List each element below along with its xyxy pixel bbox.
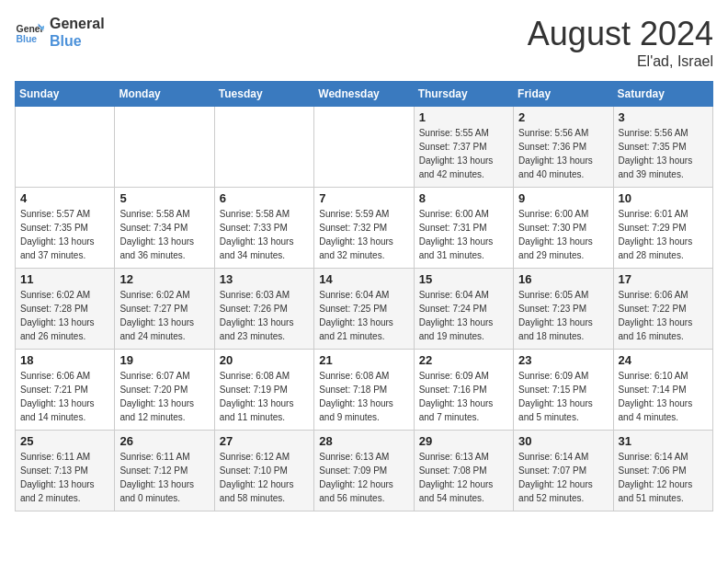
- day-info: Sunrise: 6:08 AM Sunset: 7:19 PM Dayligh…: [220, 369, 309, 424]
- week-row-2: 4Sunrise: 5:57 AM Sunset: 7:35 PM Daylig…: [16, 188, 713, 269]
- calendar-cell: 20Sunrise: 6:08 AM Sunset: 7:19 PM Dayli…: [214, 350, 313, 431]
- calendar-cell: 30Sunrise: 6:14 AM Sunset: 7:07 PM Dayli…: [514, 431, 613, 511]
- day-info: Sunrise: 6:11 AM Sunset: 7:13 PM Dayligh…: [20, 450, 109, 505]
- day-number: 30: [518, 434, 608, 448]
- day-number: 17: [619, 272, 708, 286]
- day-number: 8: [419, 191, 508, 205]
- day-info: Sunrise: 5:55 AM Sunset: 7:37 PM Dayligh…: [419, 126, 508, 181]
- weekday-header-thursday: Thursday: [414, 82, 513, 107]
- calendar-cell: 8Sunrise: 6:00 AM Sunset: 7:31 PM Daylig…: [414, 188, 513, 269]
- day-info: Sunrise: 6:04 AM Sunset: 7:25 PM Dayligh…: [319, 288, 408, 343]
- day-info: Sunrise: 6:03 AM Sunset: 7:26 PM Dayligh…: [220, 288, 309, 343]
- day-number: 5: [119, 191, 209, 205]
- day-number: 14: [319, 272, 408, 286]
- calendar-cell: 4Sunrise: 5:57 AM Sunset: 7:35 PM Daylig…: [16, 188, 115, 269]
- day-info: Sunrise: 6:14 AM Sunset: 7:06 PM Dayligh…: [619, 450, 708, 505]
- calendar-cell: 1Sunrise: 5:55 AM Sunset: 7:37 PM Daylig…: [414, 107, 513, 188]
- day-info: Sunrise: 6:13 AM Sunset: 7:08 PM Dayligh…: [419, 450, 508, 505]
- calendar-cell: 27Sunrise: 6:12 AM Sunset: 7:10 PM Dayli…: [214, 431, 313, 511]
- logo-blue: Blue: [50, 32, 105, 50]
- calendar-cell: 12Sunrise: 6:02 AM Sunset: 7:27 PM Dayli…: [115, 269, 214, 350]
- calendar-cell: 15Sunrise: 6:04 AM Sunset: 7:24 PM Dayli…: [414, 269, 513, 350]
- weekday-header-friday: Friday: [514, 82, 613, 107]
- day-info: Sunrise: 6:10 AM Sunset: 7:14 PM Dayligh…: [619, 369, 708, 424]
- calendar-cell: 11Sunrise: 6:02 AM Sunset: 7:28 PM Dayli…: [16, 269, 115, 350]
- day-number: 1: [419, 110, 508, 124]
- calendar-cell: 6Sunrise: 5:58 AM Sunset: 7:33 PM Daylig…: [214, 188, 313, 269]
- calendar-cell: 5Sunrise: 5:58 AM Sunset: 7:34 PM Daylig…: [115, 188, 214, 269]
- day-info: Sunrise: 6:09 AM Sunset: 7:15 PM Dayligh…: [518, 369, 608, 424]
- day-info: Sunrise: 6:02 AM Sunset: 7:28 PM Dayligh…: [20, 288, 109, 343]
- day-number: 3: [619, 110, 708, 124]
- day-number: 15: [419, 272, 508, 286]
- day-number: 4: [20, 191, 109, 205]
- day-info: Sunrise: 5:57 AM Sunset: 7:35 PM Dayligh…: [20, 207, 109, 262]
- weekday-header-sunday: Sunday: [16, 82, 115, 107]
- calendar-cell: 22Sunrise: 6:09 AM Sunset: 7:16 PM Dayli…: [414, 350, 513, 431]
- calendar-cell: 23Sunrise: 6:09 AM Sunset: 7:15 PM Dayli…: [514, 350, 613, 431]
- day-info: Sunrise: 6:13 AM Sunset: 7:09 PM Dayligh…: [319, 450, 408, 505]
- day-number: 26: [119, 434, 209, 448]
- weekday-header-wednesday: Wednesday: [314, 82, 414, 107]
- calendar-cell: 26Sunrise: 6:11 AM Sunset: 7:12 PM Dayli…: [115, 431, 214, 511]
- weekday-header-saturday: Saturday: [613, 82, 712, 107]
- day-info: Sunrise: 6:01 AM Sunset: 7:29 PM Dayligh…: [619, 207, 708, 262]
- day-number: 21: [319, 353, 408, 367]
- day-info: Sunrise: 5:56 AM Sunset: 7:35 PM Dayligh…: [619, 126, 708, 181]
- calendar-header: SundayMondayTuesdayWednesdayThursdayFrid…: [16, 82, 713, 107]
- day-number: 7: [319, 191, 408, 205]
- calendar-cell: 29Sunrise: 6:13 AM Sunset: 7:08 PM Dayli…: [414, 431, 513, 511]
- calendar-table: SundayMondayTuesdayWednesdayThursdayFrid…: [15, 81, 713, 511]
- logo-icon: General Blue: [15, 17, 44, 47]
- day-number: 20: [220, 353, 309, 367]
- day-number: 9: [518, 191, 608, 205]
- weekday-header-tuesday: Tuesday: [214, 82, 313, 107]
- day-number: 6: [220, 191, 309, 205]
- calendar-cell: 10Sunrise: 6:01 AM Sunset: 7:29 PM Dayli…: [613, 188, 712, 269]
- day-number: 19: [119, 353, 209, 367]
- calendar-cell: 31Sunrise: 6:14 AM Sunset: 7:06 PM Dayli…: [613, 431, 712, 511]
- day-number: 28: [319, 434, 408, 448]
- day-number: 10: [619, 191, 708, 205]
- day-number: 2: [518, 110, 608, 124]
- calendar-cell: 7Sunrise: 5:59 AM Sunset: 7:32 PM Daylig…: [314, 188, 414, 269]
- day-info: Sunrise: 6:04 AM Sunset: 7:24 PM Dayligh…: [419, 288, 508, 343]
- day-info: Sunrise: 6:05 AM Sunset: 7:23 PM Dayligh…: [518, 288, 608, 343]
- day-number: 11: [20, 272, 109, 286]
- day-info: Sunrise: 6:00 AM Sunset: 7:30 PM Dayligh…: [518, 207, 608, 262]
- weekday-header-row: SundayMondayTuesdayWednesdayThursdayFrid…: [16, 82, 713, 107]
- day-number: 23: [518, 353, 608, 367]
- day-number: 16: [518, 272, 608, 286]
- calendar-cell: [214, 107, 313, 188]
- calendar-body: 1Sunrise: 5:55 AM Sunset: 7:37 PM Daylig…: [16, 107, 713, 511]
- calendar-cell: 28Sunrise: 6:13 AM Sunset: 7:09 PM Dayli…: [314, 431, 414, 511]
- calendar-cell: [314, 107, 414, 188]
- day-info: Sunrise: 6:00 AM Sunset: 7:31 PM Dayligh…: [419, 207, 508, 262]
- week-row-3: 11Sunrise: 6:02 AM Sunset: 7:28 PM Dayli…: [16, 269, 713, 350]
- day-info: Sunrise: 6:06 AM Sunset: 7:21 PM Dayligh…: [20, 369, 109, 424]
- logo: General Blue General Blue: [15, 15, 105, 50]
- weekday-header-monday: Monday: [115, 82, 214, 107]
- day-info: Sunrise: 6:11 AM Sunset: 7:12 PM Dayligh…: [119, 450, 209, 505]
- location-subtitle: El'ad, Israel: [528, 53, 713, 70]
- day-number: 12: [119, 272, 209, 286]
- day-info: Sunrise: 5:58 AM Sunset: 7:33 PM Dayligh…: [220, 207, 309, 262]
- week-row-1: 1Sunrise: 5:55 AM Sunset: 7:37 PM Daylig…: [16, 107, 713, 188]
- calendar-cell: 13Sunrise: 6:03 AM Sunset: 7:26 PM Dayli…: [214, 269, 313, 350]
- logo-general: General: [50, 15, 105, 32]
- calendar-cell: 21Sunrise: 6:08 AM Sunset: 7:18 PM Dayli…: [314, 350, 414, 431]
- day-number: 25: [20, 434, 109, 448]
- calendar-cell: 17Sunrise: 6:06 AM Sunset: 7:22 PM Dayli…: [613, 269, 712, 350]
- day-info: Sunrise: 6:12 AM Sunset: 7:10 PM Dayligh…: [220, 450, 309, 505]
- page-header: General Blue General Blue August 2024 El…: [15, 15, 713, 70]
- svg-text:Blue: Blue: [17, 34, 38, 44]
- day-number: 24: [619, 353, 708, 367]
- day-number: 29: [419, 434, 508, 448]
- day-info: Sunrise: 5:58 AM Sunset: 7:34 PM Dayligh…: [119, 207, 209, 262]
- day-number: 22: [419, 353, 508, 367]
- day-number: 31: [619, 434, 708, 448]
- day-number: 13: [220, 272, 309, 286]
- calendar-cell: 14Sunrise: 6:04 AM Sunset: 7:25 PM Dayli…: [314, 269, 414, 350]
- month-year-title: August 2024: [528, 15, 713, 53]
- title-block: August 2024 El'ad, Israel: [528, 15, 713, 70]
